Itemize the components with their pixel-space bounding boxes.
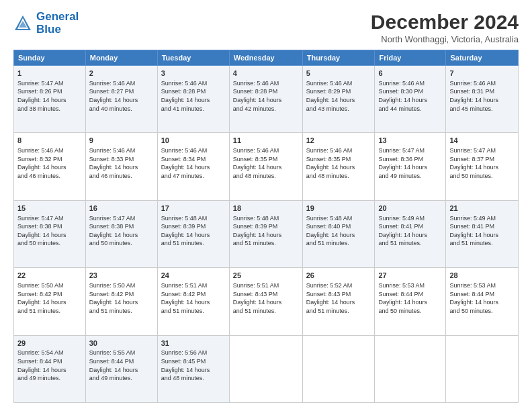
day-cell-16: 16Sunrise: 5:47 AM Sunset: 8:38 PM Dayli… bbox=[85, 200, 157, 267]
day-number: 25 bbox=[233, 271, 299, 281]
day-number: 31 bbox=[161, 338, 226, 349]
day-cell-22: 22Sunrise: 5:50 AM Sunset: 8:42 PM Dayli… bbox=[14, 268, 86, 335]
calendar-table: SundayMondayTuesdayWednesdayThursdayFrid… bbox=[13, 50, 519, 403]
col-header-saturday: Saturday bbox=[446, 50, 519, 66]
col-header-friday: Friday bbox=[375, 50, 446, 66]
day-number: 11 bbox=[233, 136, 299, 146]
week-row-1: 1Sunrise: 5:47 AM Sunset: 8:26 PM Daylig… bbox=[14, 66, 519, 133]
day-number: 9 bbox=[89, 136, 154, 146]
day-number: 10 bbox=[161, 136, 226, 146]
day-number: 27 bbox=[378, 271, 442, 281]
day-cell-29: 29Sunrise: 5:54 AM Sunset: 8:44 PM Dayli… bbox=[14, 335, 86, 402]
day-info: Sunrise: 5:46 AM Sunset: 8:29 PM Dayligh… bbox=[306, 79, 371, 113]
title-block: December 2024 North Wonthaggi, Victoria,… bbox=[371, 11, 519, 44]
empty-cell bbox=[375, 335, 446, 402]
day-number: 20 bbox=[378, 203, 442, 214]
day-cell-2: 2Sunrise: 5:46 AM Sunset: 8:27 PM Daylig… bbox=[85, 66, 157, 133]
day-info: Sunrise: 5:47 AM Sunset: 8:37 PM Dayligh… bbox=[449, 146, 515, 180]
day-info: Sunrise: 5:51 AM Sunset: 8:43 PM Dayligh… bbox=[233, 281, 299, 315]
day-cell-15: 15Sunrise: 5:47 AM Sunset: 8:38 PM Dayli… bbox=[14, 200, 86, 267]
subtitle: North Wonthaggi, Victoria, Australia bbox=[371, 34, 519, 44]
day-info: Sunrise: 5:47 AM Sunset: 8:36 PM Dayligh… bbox=[378, 146, 442, 180]
empty-cell bbox=[229, 335, 302, 402]
day-cell-9: 9Sunrise: 5:46 AM Sunset: 8:33 PM Daylig… bbox=[85, 133, 157, 200]
day-cell-23: 23Sunrise: 5:50 AM Sunset: 8:42 PM Dayli… bbox=[85, 268, 157, 335]
logo-general: General bbox=[36, 10, 79, 23]
day-number: 8 bbox=[17, 136, 82, 146]
day-number: 19 bbox=[306, 203, 371, 214]
day-info: Sunrise: 5:46 AM Sunset: 8:32 PM Dayligh… bbox=[17, 146, 82, 180]
day-number: 18 bbox=[233, 203, 299, 214]
header: General Blue December 2024 North Wonthag… bbox=[13, 11, 519, 44]
day-info: Sunrise: 5:52 AM Sunset: 8:43 PM Dayligh… bbox=[306, 281, 371, 315]
col-header-monday: Monday bbox=[85, 50, 157, 66]
day-cell-6: 6Sunrise: 5:46 AM Sunset: 8:30 PM Daylig… bbox=[375, 66, 446, 133]
day-info: Sunrise: 5:50 AM Sunset: 8:42 PM Dayligh… bbox=[17, 281, 82, 315]
day-cell-30: 30Sunrise: 5:55 AM Sunset: 8:44 PM Dayli… bbox=[85, 335, 157, 402]
col-header-wednesday: Wednesday bbox=[229, 50, 302, 66]
col-header-thursday: Thursday bbox=[302, 50, 375, 66]
day-info: Sunrise: 5:53 AM Sunset: 8:44 PM Dayligh… bbox=[378, 281, 442, 315]
day-number: 4 bbox=[233, 68, 299, 79]
empty-cell bbox=[302, 335, 375, 402]
day-info: Sunrise: 5:49 AM Sunset: 8:41 PM Dayligh… bbox=[378, 214, 442, 248]
day-info: Sunrise: 5:46 AM Sunset: 8:27 PM Dayligh… bbox=[89, 79, 154, 113]
col-header-sunday: Sunday bbox=[14, 50, 86, 66]
day-cell-19: 19Sunrise: 5:48 AM Sunset: 8:40 PM Dayli… bbox=[302, 200, 375, 267]
header-row: SundayMondayTuesdayWednesdayThursdayFrid… bbox=[14, 50, 519, 66]
day-cell-31: 31Sunrise: 5:56 AM Sunset: 8:45 PM Dayli… bbox=[157, 335, 229, 402]
day-cell-28: 28Sunrise: 5:53 AM Sunset: 8:44 PM Dayli… bbox=[446, 268, 519, 335]
day-info: Sunrise: 5:46 AM Sunset: 8:35 PM Dayligh… bbox=[306, 146, 371, 180]
day-info: Sunrise: 5:46 AM Sunset: 8:31 PM Dayligh… bbox=[449, 79, 515, 113]
day-info: Sunrise: 5:48 AM Sunset: 8:39 PM Dayligh… bbox=[233, 214, 299, 248]
week-row-4: 22Sunrise: 5:50 AM Sunset: 8:42 PM Dayli… bbox=[14, 268, 519, 335]
day-number: 1 bbox=[17, 68, 82, 79]
day-cell-24: 24Sunrise: 5:51 AM Sunset: 8:42 PM Dayli… bbox=[157, 268, 229, 335]
day-info: Sunrise: 5:46 AM Sunset: 8:34 PM Dayligh… bbox=[161, 146, 226, 180]
day-number: 14 bbox=[449, 136, 515, 146]
week-row-5: 29Sunrise: 5:54 AM Sunset: 8:44 PM Dayli… bbox=[14, 335, 519, 402]
day-number: 26 bbox=[306, 271, 371, 281]
day-info: Sunrise: 5:46 AM Sunset: 8:28 PM Dayligh… bbox=[161, 79, 226, 113]
day-number: 29 bbox=[17, 338, 82, 349]
day-cell-25: 25Sunrise: 5:51 AM Sunset: 8:43 PM Dayli… bbox=[229, 268, 302, 335]
day-info: Sunrise: 5:49 AM Sunset: 8:41 PM Dayligh… bbox=[449, 214, 515, 248]
day-number: 22 bbox=[17, 271, 82, 281]
day-number: 15 bbox=[17, 203, 82, 214]
day-cell-3: 3Sunrise: 5:46 AM Sunset: 8:28 PM Daylig… bbox=[157, 66, 229, 133]
day-number: 3 bbox=[161, 68, 226, 79]
day-info: Sunrise: 5:48 AM Sunset: 8:40 PM Dayligh… bbox=[306, 214, 371, 248]
day-number: 16 bbox=[89, 203, 154, 214]
day-info: Sunrise: 5:48 AM Sunset: 8:39 PM Dayligh… bbox=[161, 214, 226, 248]
day-cell-20: 20Sunrise: 5:49 AM Sunset: 8:41 PM Dayli… bbox=[375, 200, 446, 267]
day-info: Sunrise: 5:47 AM Sunset: 8:38 PM Dayligh… bbox=[89, 214, 154, 248]
day-cell-1: 1Sunrise: 5:47 AM Sunset: 8:26 PM Daylig… bbox=[14, 66, 86, 133]
day-info: Sunrise: 5:56 AM Sunset: 8:45 PM Dayligh… bbox=[161, 349, 226, 382]
day-cell-10: 10Sunrise: 5:46 AM Sunset: 8:34 PM Dayli… bbox=[157, 133, 229, 200]
day-cell-27: 27Sunrise: 5:53 AM Sunset: 8:44 PM Dayli… bbox=[375, 268, 446, 335]
empty-cell bbox=[446, 335, 519, 402]
day-number: 30 bbox=[89, 338, 154, 349]
month-title: December 2024 bbox=[371, 11, 519, 33]
day-cell-17: 17Sunrise: 5:48 AM Sunset: 8:39 PM Dayli… bbox=[157, 200, 229, 267]
day-cell-7: 7Sunrise: 5:46 AM Sunset: 8:31 PM Daylig… bbox=[446, 66, 519, 133]
day-cell-11: 11Sunrise: 5:46 AM Sunset: 8:35 PM Dayli… bbox=[229, 133, 302, 200]
day-number: 17 bbox=[161, 203, 226, 214]
day-info: Sunrise: 5:46 AM Sunset: 8:30 PM Dayligh… bbox=[378, 79, 442, 113]
logo-blue: Blue bbox=[36, 24, 79, 36]
week-row-3: 15Sunrise: 5:47 AM Sunset: 8:38 PM Dayli… bbox=[14, 200, 519, 267]
day-cell-26: 26Sunrise: 5:52 AM Sunset: 8:43 PM Dayli… bbox=[302, 268, 375, 335]
day-cell-4: 4Sunrise: 5:46 AM Sunset: 8:28 PM Daylig… bbox=[229, 66, 302, 133]
day-number: 21 bbox=[449, 203, 515, 214]
day-number: 12 bbox=[306, 136, 371, 146]
day-cell-21: 21Sunrise: 5:49 AM Sunset: 8:41 PM Dayli… bbox=[446, 200, 519, 267]
week-row-2: 8Sunrise: 5:46 AM Sunset: 8:32 PM Daylig… bbox=[14, 133, 519, 200]
day-info: Sunrise: 5:50 AM Sunset: 8:42 PM Dayligh… bbox=[89, 281, 154, 315]
day-info: Sunrise: 5:46 AM Sunset: 8:35 PM Dayligh… bbox=[233, 146, 299, 180]
day-number: 24 bbox=[161, 271, 226, 281]
logo-icon bbox=[13, 14, 32, 33]
day-info: Sunrise: 5:54 AM Sunset: 8:44 PM Dayligh… bbox=[17, 349, 82, 382]
logo: General Blue bbox=[13, 11, 79, 36]
day-number: 6 bbox=[378, 68, 442, 79]
day-cell-8: 8Sunrise: 5:46 AM Sunset: 8:32 PM Daylig… bbox=[14, 133, 86, 200]
